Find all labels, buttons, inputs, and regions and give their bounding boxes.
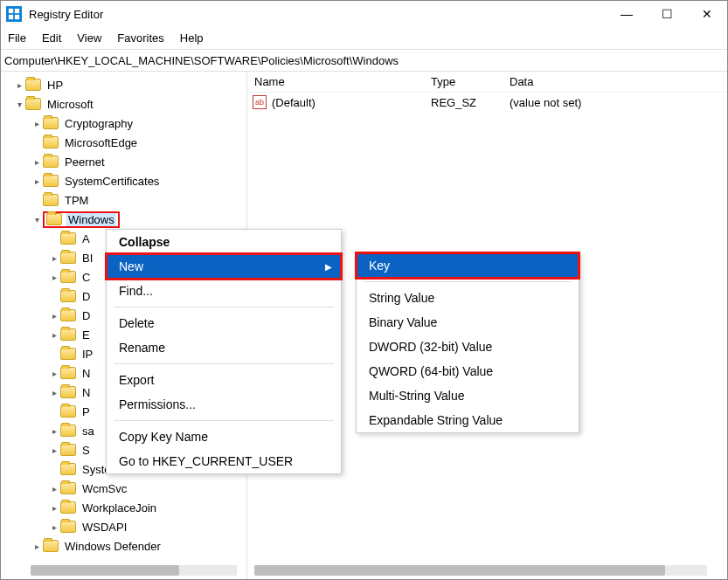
tree-item-windows[interactable]: ▾Windows <box>1 210 163 229</box>
menu-file[interactable]: File <box>8 31 26 45</box>
tree-item-label: A <box>80 232 92 245</box>
chevron-right-icon[interactable]: ▸ <box>48 311 60 321</box>
tree-item-label: MicrosoftEdge <box>63 136 139 149</box>
folder-icon <box>60 521 76 533</box>
chevron-right-icon[interactable]: ▸ <box>31 176 43 186</box>
tree-item-microsoftedge[interactable]: MicrosoftEdge <box>1 133 163 152</box>
chevron-right-icon[interactable]: ▸ <box>48 503 60 513</box>
menu-item-label: Binary Value <box>369 315 437 329</box>
tree-item-workplacejoin[interactable]: ▸WorkplaceJoin <box>1 498 163 517</box>
list-scrollbar[interactable] <box>254 565 707 576</box>
new-binary-value[interactable]: Binary Value <box>357 310 579 335</box>
chevron-right-icon[interactable]: ▸ <box>48 484 60 494</box>
tree-item-label: TPM <box>63 194 90 207</box>
tree-item-microsoft[interactable]: ▾Microsoft <box>1 94 163 114</box>
chevron-down-icon[interactable]: ▾ <box>13 100 25 109</box>
menu-help[interactable]: Help <box>180 31 204 45</box>
folder-icon <box>60 405 76 418</box>
close-button[interactable]: ✕ <box>687 1 727 27</box>
chevron-right-icon[interactable]: ▸ <box>31 119 43 128</box>
tree-scrollbar[interactable] <box>31 565 237 576</box>
maximize-button[interactable]: ☐ <box>647 1 687 27</box>
address-bar[interactable]: Computer\HKEY_LOCAL_MACHINE\SOFTWARE\Pol… <box>1 49 727 72</box>
svg-rect-3 <box>15 15 19 19</box>
tree-item-hp[interactable]: ▸HP <box>1 75 163 94</box>
chevron-right-icon[interactable]: ▸ <box>48 369 60 378</box>
ctx-copy-key-name[interactable]: Copy Key Name <box>107 425 341 449</box>
chevron-right-icon[interactable]: ▸ <box>13 80 25 90</box>
menu-item-label: DWORD (32-bit) Value <box>369 340 492 354</box>
tree-item-label: BI <box>80 252 94 265</box>
ctx-rename[interactable]: Rename <box>107 335 341 360</box>
ctx-new[interactable]: New▶ <box>107 254 341 279</box>
ctx-collapse[interactable]: Collapse <box>107 230 341 254</box>
tree-item-cryptography[interactable]: ▸Cryptography <box>1 114 163 133</box>
chevron-right-icon[interactable]: ▸ <box>48 273 60 282</box>
ctx-find[interactable]: Find... <box>107 279 341 303</box>
col-header-type[interactable]: Type <box>431 75 510 88</box>
menu-item-label: Expandable String Value <box>369 413 503 427</box>
menu-favorites[interactable]: Favorites <box>117 31 163 45</box>
chevron-right-icon[interactable]: ▸ <box>48 253 60 263</box>
new-expandable-string-value[interactable]: Expandable String Value <box>357 408 579 432</box>
menu-item-label: Multi-String Value <box>369 389 464 403</box>
chevron-right-icon[interactable]: ▸ <box>31 157 43 167</box>
chevron-right-icon[interactable]: ▸ <box>48 426 60 436</box>
folder-icon <box>60 290 76 302</box>
new-string-value[interactable]: String Value <box>357 286 579 310</box>
folder-icon <box>60 328 76 341</box>
ctx-delete[interactable]: Delete <box>107 311 341 335</box>
new-separator <box>364 281 572 282</box>
tree-item-tpm[interactable]: TPM <box>1 190 163 210</box>
tree-item-wcmsvc[interactable]: ▸WcmSvc <box>1 479 163 498</box>
tree-item-label: Windows <box>66 213 116 226</box>
chevron-down-icon[interactable]: ▾ <box>31 215 43 224</box>
folder-icon <box>60 232 76 245</box>
menu-item-label: Copy Key Name <box>119 430 208 444</box>
value-type: REG_SZ <box>431 96 510 109</box>
ctx-separator <box>114 420 334 421</box>
folder-icon <box>43 117 59 129</box>
chevron-right-icon[interactable]: ▸ <box>48 522 60 532</box>
title-bar[interactable]: Registry Editor — ☐ ✕ <box>1 1 727 27</box>
tree-item-label: S <box>80 444 92 457</box>
folder-icon <box>60 252 76 264</box>
tree-item-wsdapi[interactable]: ▸WSDAPI <box>1 517 163 536</box>
submenu-arrow-icon: ▶ <box>325 262 332 272</box>
tree-item-systemcertificates[interactable]: ▸SystemCertificates <box>1 171 163 190</box>
new-submenu[interactable]: KeyString ValueBinary ValueDWORD (32-bit… <box>356 252 579 433</box>
tree-item-windows-defender[interactable]: ▸Windows Defender <box>1 536 163 556</box>
menu-edit[interactable]: Edit <box>42 31 61 45</box>
menu-bar: File Edit View Favorites Help <box>1 27 727 49</box>
ctx-export[interactable]: Export <box>107 368 341 392</box>
chevron-right-icon[interactable]: ▸ <box>48 445 60 455</box>
chevron-right-icon[interactable]: ▸ <box>48 388 60 397</box>
address-text: Computer\HKEY_LOCAL_MACHINE\SOFTWARE\Pol… <box>4 54 399 67</box>
col-header-name[interactable]: Name <box>247 75 431 88</box>
col-header-data[interactable]: Data <box>510 75 727 88</box>
menu-view[interactable]: View <box>77 31 101 45</box>
new-multi-string-value[interactable]: Multi-String Value <box>357 383 579 408</box>
list-header[interactable]: Name Type Data <box>247 72 727 93</box>
tree-item-label: SystemCertificates <box>63 175 161 188</box>
content-area: ▸HP▾Microsoft▸CryptographyMicrosoftEdge▸… <box>1 72 727 579</box>
context-menu[interactable]: CollapseNew▶Find...DeleteRenameExportPer… <box>106 229 342 474</box>
new-qword-64-bit-value[interactable]: QWORD (64-bit) Value <box>357 359 579 383</box>
folder-icon <box>43 136 59 148</box>
folder-icon <box>25 79 41 91</box>
ctx-go-to-hkey-current-user[interactable]: Go to HKEY_CURRENT_USER <box>107 449 341 473</box>
ctx-separator <box>114 363 334 364</box>
new-key[interactable]: Key <box>357 253 579 278</box>
list-row[interactable]: ab (Default) REG_SZ (value not set) <box>247 93 727 112</box>
tree-item-label: Microsoft <box>45 98 95 111</box>
ctx-permissions[interactable]: Permissions... <box>107 392 341 417</box>
menu-item-label: Key <box>369 259 390 273</box>
new-dword-32-bit-value[interactable]: DWORD (32-bit) Value <box>357 335 579 359</box>
tree-item-label: sa <box>80 425 96 438</box>
chevron-right-icon[interactable]: ▸ <box>31 542 43 551</box>
tree-item-peernet[interactable]: ▸Peernet <box>1 152 163 171</box>
folder-icon <box>43 194 59 206</box>
tree-item-label: Peernet <box>63 155 107 169</box>
chevron-right-icon[interactable]: ▸ <box>48 330 60 340</box>
minimize-button[interactable]: — <box>607 1 647 27</box>
